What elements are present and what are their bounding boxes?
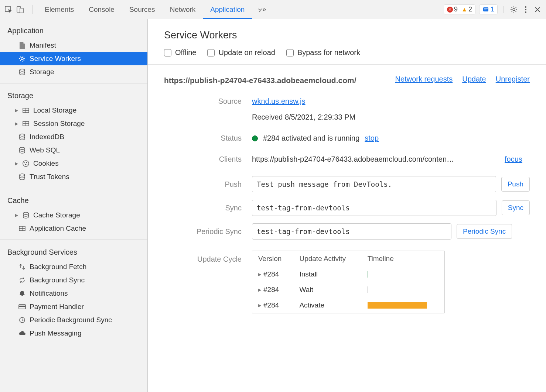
origin-url: https://publish-p24704-e76433.adobeaemcl…: [164, 75, 356, 86]
table-row[interactable]: ▶#284Activate: [252, 298, 444, 313]
periodic-sync-input[interactable]: [252, 223, 451, 240]
sidebar-item-background-fetch[interactable]: Background Fetch: [0, 260, 147, 274]
svg-point-8: [525, 9, 526, 10]
main-area: Application Manifest Service Workers Sto…: [0, 19, 546, 392]
expand-icon[interactable]: ▶: [258, 288, 261, 292]
database-icon: [18, 147, 26, 154]
issues-badge[interactable]: 1: [479, 4, 498, 14]
table-row[interactable]: ▶#284Install: [252, 267, 444, 282]
svg-rect-5: [484, 10, 487, 10]
svg-point-11: [20, 69, 25, 71]
issues-count: 1: [491, 6, 494, 13]
expand-icon[interactable]: ▶: [258, 272, 261, 277]
tab-application[interactable]: Application: [203, 1, 252, 18]
sidebar-item-label: IndexedDB: [30, 133, 64, 141]
checkbox-bypass-for-network[interactable]: Bypass for network: [286, 48, 360, 57]
inspect-icon[interactable]: [4, 6, 13, 14]
sidebar-item-local-storage[interactable]: ▶ Local Storage: [0, 104, 147, 117]
tab-elements[interactable]: Elements: [37, 1, 81, 18]
label-update-cycle: Update Cycle: [164, 251, 242, 264]
sidebar-item-indexeddb[interactable]: IndexedDB: [0, 130, 147, 144]
push-button[interactable]: Push: [501, 177, 530, 192]
expand-icon[interactable]: ▶: [258, 303, 261, 308]
checkbox-update-on-reload[interactable]: Update on reload: [207, 48, 275, 57]
sync-icon: [18, 276, 26, 284]
periodic-sync-button[interactable]: Periodic Sync: [457, 224, 512, 239]
warning-count: 2: [468, 6, 472, 13]
file-icon: [18, 42, 26, 49]
sidebar-item-service-workers[interactable]: Service Workers: [0, 52, 147, 65]
push-input[interactable]: [252, 176, 496, 192]
settings-icon[interactable]: [510, 6, 518, 14]
error-count: 9: [454, 6, 458, 13]
sidebar-item-cache-storage[interactable]: ▶ Cache Storage: [0, 209, 147, 222]
table-icon: [22, 120, 30, 127]
sidebar-item-trust-tokens[interactable]: Trust Tokens: [0, 170, 147, 183]
errors-warnings-badge[interactable]: ✕ 9 ▲ 2: [444, 4, 475, 14]
sidebar-item-label: Cookies: [33, 159, 59, 168]
link-stop[interactable]: stop: [365, 134, 379, 142]
label-sync: Sync: [164, 204, 242, 212]
sidebar-item-cookies[interactable]: ▶ Cookies: [0, 157, 147, 170]
tab-sources[interactable]: Sources: [122, 1, 163, 18]
tabs-overflow-icon[interactable]: »: [258, 6, 266, 14]
version-cell: #284: [263, 270, 279, 278]
toolbar-left: [4, 5, 37, 14]
sidebar-item-label: Web SQL: [30, 146, 60, 154]
sidebar-item-websql[interactable]: Web SQL: [0, 144, 147, 157]
update-cycle-table: Version Update Activity Timeline ▶#284In…: [252, 251, 445, 313]
version-cell: #284: [263, 286, 279, 294]
error-icon: ✕: [447, 7, 453, 13]
svg-rect-31: [19, 306, 25, 307]
sidebar-item-storage[interactable]: Storage: [0, 65, 147, 79]
sidebar-item-notifications[interactable]: Notifications: [0, 287, 147, 300]
table-row[interactable]: ▶#284Wait: [252, 282, 444, 298]
sidebar-item-label: Manifest: [30, 41, 56, 49]
toolbar-right: ✕ 9 ▲ 2 1: [444, 4, 542, 14]
svg-point-26: [23, 212, 28, 214]
sidebar-item-label: Payment Handler: [30, 303, 84, 311]
svg-rect-2: [20, 8, 23, 13]
link-focus[interactable]: focus: [505, 155, 522, 164]
link-update[interactable]: Update: [462, 75, 486, 83]
label-source: Source: [164, 97, 242, 106]
divider: [504, 6, 504, 13]
checkbox-offline[interactable]: Offline: [164, 48, 196, 57]
sidebar-item-push-messaging[interactable]: Push Messaging: [0, 327, 147, 340]
sidebar-item-payment-handler[interactable]: Payment Handler: [0, 300, 147, 313]
more-icon[interactable]: [522, 6, 530, 14]
clock-icon: [18, 316, 26, 324]
activity-cell: Wait: [293, 282, 361, 298]
expand-icon[interactable]: ▶: [15, 108, 18, 113]
sidebar-item-periodic-background-sync[interactable]: Periodic Background Sync: [0, 313, 147, 327]
sync-input[interactable]: [252, 200, 496, 216]
sidebar-item-background-sync[interactable]: Background Sync: [0, 274, 147, 287]
sidebar-item-label: Background Fetch: [30, 263, 86, 271]
link-unregister[interactable]: Unregister: [496, 75, 530, 83]
devtools-toolbar: Elements Console Sources Network Applica…: [0, 0, 546, 19]
status-text: #284 activated and is running: [263, 134, 359, 142]
expand-icon[interactable]: ▶: [15, 161, 18, 166]
close-icon[interactable]: [533, 6, 542, 14]
sidebar-item-application-cache[interactable]: Application Cache: [0, 222, 147, 235]
divider: [0, 240, 147, 240]
tab-console[interactable]: Console: [81, 1, 122, 18]
expand-icon[interactable]: ▶: [15, 213, 18, 218]
source-file-link[interactable]: wknd.us.ensw.js: [252, 97, 306, 106]
device-toggle-icon[interactable]: [16, 6, 24, 14]
svg-point-7: [525, 6, 526, 8]
link-network-requests[interactable]: Network requests: [395, 75, 453, 83]
col-timeline: Timeline: [362, 251, 444, 267]
version-cell: #284: [263, 301, 279, 309]
database-icon: [18, 68, 26, 76]
expand-icon[interactable]: ▶: [15, 121, 18, 126]
sidebar-item-session-storage[interactable]: ▶ Session Storage: [0, 117, 147, 130]
sidebar-item-label: Background Sync: [30, 276, 85, 284]
sidebar-item-manifest[interactable]: Manifest: [0, 39, 147, 52]
table-icon: [18, 225, 26, 232]
timeline-cell: [362, 282, 444, 298]
divider: [0, 188, 147, 188]
svg-point-6: [513, 8, 515, 11]
tab-network[interactable]: Network: [163, 1, 203, 18]
sync-button[interactable]: Sync: [502, 200, 530, 215]
